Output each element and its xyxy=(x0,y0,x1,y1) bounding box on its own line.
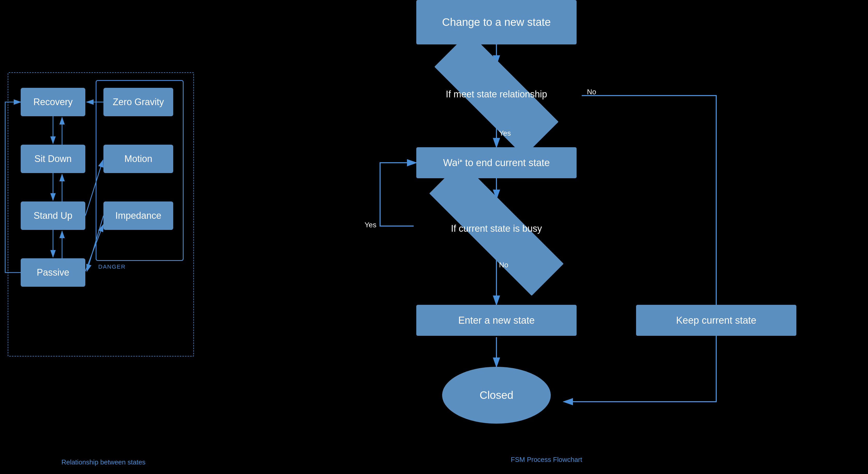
yes-label-top: Yes xyxy=(499,129,511,137)
right-diagram: Change to a new state If meet state rela… xyxy=(225,0,868,474)
left-diagram: DANGER Recovery Sit Down Stand Up Passiv… xyxy=(0,0,207,474)
wait-end-box: Wait to end current state xyxy=(416,147,577,178)
zerogravity-box: Zero Gravity xyxy=(103,88,173,116)
yes-label-busy: Yes xyxy=(365,221,376,229)
danger-label: DANGER xyxy=(98,264,126,270)
recovery-box: Recovery xyxy=(21,88,85,116)
passive-box: Passive xyxy=(21,258,85,287)
no-label-busy: No xyxy=(499,261,508,269)
if-meet-diamond: If meet state relationship xyxy=(406,59,587,129)
relationship-label: Relationship between states xyxy=(61,458,145,466)
keep-current-box: Keep current state xyxy=(636,305,796,336)
no-label-top: No xyxy=(587,88,596,96)
closed-oval: Closed xyxy=(442,367,551,424)
standup-box: Stand Up xyxy=(21,201,85,230)
impedance-box: Impedance xyxy=(103,201,173,230)
motion-box: Motion xyxy=(103,145,173,173)
if-busy-diamond: If current state is busy xyxy=(393,196,600,261)
sitdown-box: Sit Down xyxy=(21,145,85,173)
flowchart-label: FSM Process Flowchart xyxy=(511,456,582,464)
change-state-box: Change to a new state xyxy=(416,0,577,44)
enter-new-box: Enter a new state xyxy=(416,305,577,336)
